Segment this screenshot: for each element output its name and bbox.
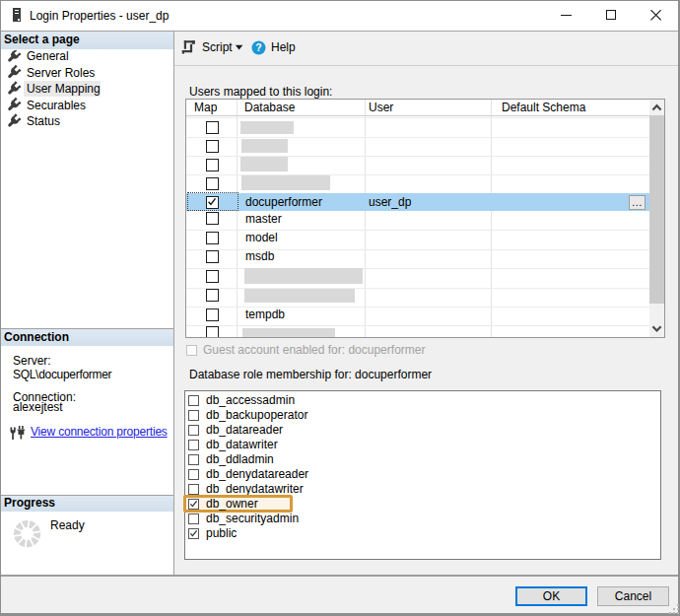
- svg-text:?: ?: [255, 41, 261, 53]
